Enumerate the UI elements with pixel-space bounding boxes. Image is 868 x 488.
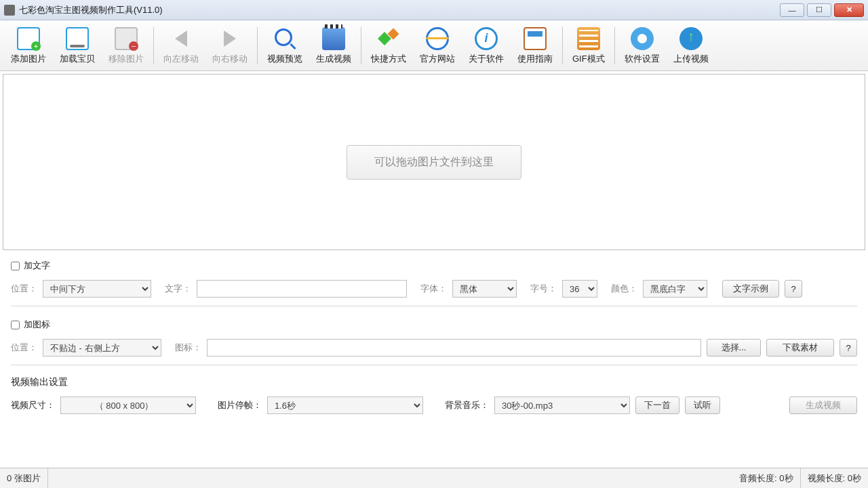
image-drop-area[interactable]: 可以拖动图片文件到这里 [3,74,865,250]
title-bar: 七彩色淘宝主图视频制作工具(V11.0) — ☐ ✕ [0,0,868,20]
browser-icon [425,26,450,51]
official-site-button[interactable]: 官方网站 [413,22,462,69]
add-icon-label: 加图标 [24,319,50,331]
bg-music-label: 背景音乐： [445,399,489,411]
about-button[interactable]: 关于软件 [462,22,511,69]
font-label: 字体： [420,283,447,295]
arrow-right-icon [218,26,242,51]
preview-audio-button[interactable]: 试听 [685,396,720,414]
divider [11,365,857,365]
upload-video-button[interactable]: 上传视频 [667,22,715,69]
guide-button[interactable]: 使用指南 [511,22,559,69]
film-icon [576,26,601,51]
cubes-icon [376,26,401,51]
load-item-button[interactable]: 加载宝贝 [53,22,102,69]
info-icon [474,26,498,51]
toolbar: 添加图片 加载宝贝 移除图片 向左移动 向右移动 视频预览 生成视频 快捷方式 … [0,20,868,71]
status-video-length: 视频长度: 0秒 [801,468,868,488]
icon-panel: 加图标 位置： 不贴边 - 右侧上方 图标： 选择... 下载素材 ? [0,312,868,359]
remove-image-icon [114,26,138,51]
divider [11,306,857,306]
output-section-title: 视频输出设置 [0,371,868,390]
toolbar-separator [257,27,258,64]
status-bar: 0 张图片 音频长度: 0秒 视频长度: 0秒 [0,468,868,488]
toolbar-separator [562,27,563,64]
color-label: 颜色： [611,283,637,295]
upload-icon [679,26,703,51]
load-item-icon [65,26,90,51]
arrow-left-icon [169,26,193,51]
status-audio-length: 音频长度: 0秒 [732,468,800,488]
icon-position-label: 位置： [11,342,37,354]
size-select[interactable]: 36 [562,280,597,298]
status-image-count: 0 张图片 [0,468,48,488]
toolbar-separator [614,27,615,64]
download-assets-button[interactable]: 下载素材 [766,339,834,357]
maximize-button[interactable]: ☐ [807,3,831,17]
text-help-button[interactable]: ? [785,280,802,298]
video-size-select[interactable]: （ 800 x 800） [60,396,196,414]
text-position-label: 位置： [11,283,37,295]
move-right-button: 向右移动 [205,22,254,69]
choose-icon-button[interactable]: 选择... [707,339,761,357]
icon-help-button[interactable]: ? [840,339,857,357]
text-panel: 加文字 位置： 中间下方 文字： 字体： 黑体 字号： 36 颜色： 黑底白字 … [0,253,868,300]
generate-video-button-bottom[interactable]: 生成视频 [789,396,857,414]
add-image-button[interactable]: 添加图片 [4,22,53,69]
close-button[interactable]: ✕ [834,3,864,17]
magnify-icon [273,26,297,51]
text-content-label: 文字： [165,283,191,295]
bg-music-select[interactable]: 30秒-00.mp3 [494,396,630,414]
add-text-label: 加文字 [24,260,50,272]
text-position-select[interactable]: 中间下方 [43,280,151,298]
add-image-icon [16,26,41,51]
icon-path-label: 图标： [175,342,201,354]
move-left-button: 向左移动 [157,22,205,69]
video-size-label: 视频尺寸： [11,399,55,411]
toolbar-separator [361,27,361,64]
window-title: 七彩色淘宝主图视频制作工具(V11.0) [19,4,780,16]
color-select[interactable]: 黑底白字 [643,280,707,298]
next-track-button[interactable]: 下一首 [635,396,679,414]
generate-video-button[interactable]: 生成视频 [309,22,358,69]
icon-position-select[interactable]: 不贴边 - 右侧上方 [43,339,161,357]
gear-icon [630,26,654,51]
icon-path-input[interactable] [207,339,701,357]
window-buttons: — ☐ ✕ [780,3,864,17]
output-panel: 视频尺寸： （ 800 x 800） 图片停帧： 1.6秒 背景音乐： 30秒-… [0,390,868,417]
font-select[interactable]: 黑体 [452,280,517,298]
gif-mode-button[interactable]: GIF模式 [566,22,612,69]
settings-button[interactable]: 软件设置 [618,22,667,69]
text-content-input[interactable] [197,280,407,298]
clapper-icon [321,26,346,51]
add-icon-checkbox[interactable] [11,321,20,329]
remove-image-button: 移除图片 [102,22,151,69]
frame-delay-select[interactable]: 1.6秒 [267,396,423,414]
toolbar-separator [153,27,154,64]
guide-icon [523,26,547,51]
size-label: 字号： [530,283,557,295]
shortcut-button[interactable]: 快捷方式 [364,22,413,69]
preview-video-button[interactable]: 视频预览 [260,22,309,69]
app-icon [4,5,15,16]
add-text-checkbox[interactable] [11,262,20,270]
minimize-button[interactable]: — [780,3,804,17]
text-sample-button[interactable]: 文字示例 [722,280,779,298]
frame-delay-label: 图片停帧： [218,399,262,411]
drop-hint: 可以拖动图片文件到这里 [347,145,521,180]
